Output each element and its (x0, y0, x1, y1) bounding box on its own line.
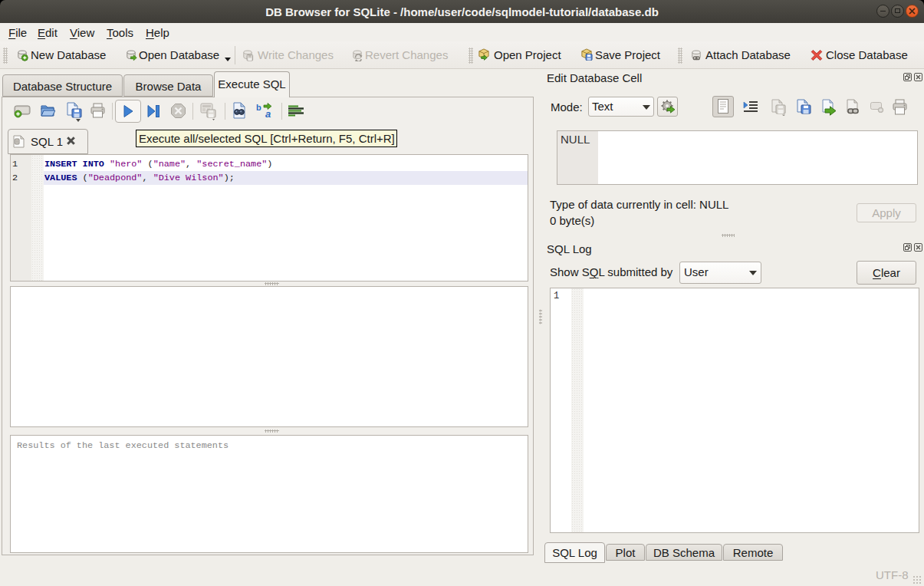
svg-text:b: b (256, 103, 261, 112)
svg-text:a: a (265, 108, 271, 119)
